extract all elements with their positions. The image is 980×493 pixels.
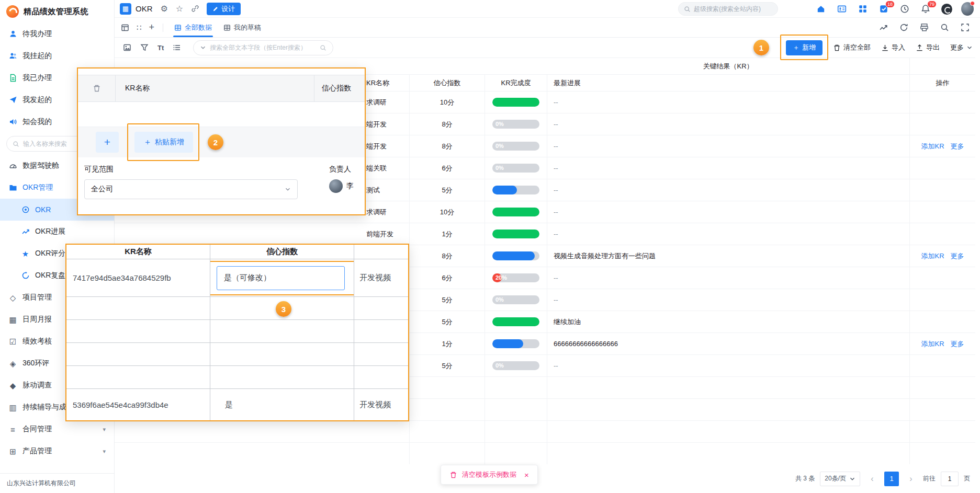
gallery-icon[interactable] [123, 43, 131, 52]
apps-grid-icon[interactable] [857, 3, 869, 15]
trash-icon [93, 84, 101, 93]
annotation-step-2: 2 [208, 134, 223, 150]
current-app[interactable]: ▦ OKR [120, 3, 153, 15]
list-icon[interactable] [173, 43, 181, 52]
sidebar-item-todo[interactable]: 待我办理 [0, 23, 114, 45]
view-tab-bar: ∷ + 全部数据 我的草稿 [115, 18, 980, 38]
clear-all-button[interactable]: 清空全部 [833, 43, 871, 52]
sidebar-item-label: OKR评分 [35, 249, 65, 258]
goto-page-input[interactable]: 1 [941, 472, 959, 486]
add-view-icon[interactable]: + [149, 22, 155, 33]
search-settings-icon[interactable] [940, 23, 949, 32]
link-icon[interactable] [191, 5, 199, 13]
table-search-input[interactable]: 搜索全部文本字段（按Enter搜索） [193, 40, 333, 55]
confidence-cell: 5分 [409, 311, 485, 333]
refresh-icon[interactable] [899, 23, 908, 32]
cell [354, 297, 408, 319]
clear-template-button[interactable]: 清空模板示例数据 × [441, 465, 538, 485]
design-button[interactable]: 设计 [207, 3, 241, 15]
completion-bar: 0% [492, 164, 539, 173]
gear-icon[interactable]: ⚙ [161, 5, 168, 13]
download-icon [881, 44, 889, 52]
row-more-link[interactable]: 更多 [951, 251, 964, 261]
page-size-value: 20条/页 [825, 474, 846, 483]
visible-range-select[interactable]: 全公司 [84, 179, 298, 199]
sidebar-item-okr-progress[interactable]: OKR进展 [0, 221, 114, 243]
fullscreen-icon[interactable] [961, 23, 970, 32]
filter-icon[interactable] [140, 43, 149, 52]
global-search-input[interactable]: 超级搜索(搜索全站内容) [678, 2, 778, 16]
completion-cell: 0% [485, 157, 547, 179]
completion-cell: 100% [485, 311, 547, 333]
sidebar-item-contract[interactable]: ≡ 合同管理 ▾ [0, 418, 114, 440]
star-icon[interactable]: ☆ [176, 5, 183, 13]
search-placeholder: 搜索全部文本字段（按Enter搜索） [210, 43, 316, 52]
owner-avatar [329, 179, 343, 193]
progress-text: 视频生成音频处理方面有一些问题 [554, 251, 656, 261]
todo-icon[interactable]: 18 [877, 3, 890, 15]
cell [354, 320, 408, 342]
theme-icon[interactable] [940, 3, 953, 15]
actions-cell: 添加KR 更多 [909, 157, 975, 179]
prev-page-button[interactable]: ‹ [865, 472, 879, 486]
page-size-select[interactable]: 20条/页 [820, 472, 860, 486]
print-icon[interactable] [920, 23, 929, 32]
confidence-input[interactable]: 是（可修改） [217, 266, 345, 290]
tab-all-data[interactable]: 全部数据 [168, 18, 218, 37]
add-kr-row-button[interactable]: + [96, 132, 119, 153]
owner-field[interactable]: 李 [329, 179, 358, 193]
bell-badge: 79 [927, 1, 937, 8]
kr-name-text: 端关联 [366, 164, 387, 173]
progress-cell: 视频生成音频处理方面有一些问题 [547, 245, 909, 267]
actions-cell: 添加KR 更多 [909, 91, 975, 113]
add-kr-link[interactable]: 添加KR [921, 251, 944, 261]
design-label: 设计 [221, 4, 235, 14]
contacts-icon[interactable] [836, 3, 848, 15]
sidebar-item-product[interactable]: ⊞ 产品管理 ▾ [0, 440, 114, 462]
plus-icon: ＋ [143, 137, 152, 148]
tab-label: 我的草稿 [234, 23, 261, 32]
import-button[interactable]: 导入 [881, 43, 905, 52]
group-header-actions-cell [909, 58, 975, 74]
bell-icon[interactable]: 79 [919, 3, 932, 15]
calendar-icon: ▦ [8, 315, 17, 324]
history-icon[interactable] [898, 3, 911, 15]
progress-text: -- [554, 362, 558, 370]
text-format-icon[interactable]: Tt [157, 44, 164, 52]
chevron-down-icon [200, 44, 206, 51]
paste-add-button[interactable]: ＋ 粘贴新增 [134, 132, 193, 153]
topbar: ▦ OKR ⚙ ☆ 设计 超级搜索(搜索全站内容) 18 79 [115, 0, 980, 18]
kr-name-text: 求调研 [366, 98, 387, 107]
user-avatar[interactable] [961, 3, 974, 15]
add-kr-link[interactable]: 添加KR [921, 339, 944, 349]
tab-my-drafts[interactable]: 我的草稿 [218, 18, 267, 37]
row-more-link[interactable]: 更多 [951, 142, 964, 151]
search-icon [13, 141, 19, 147]
more-button[interactable]: 更多 [950, 43, 973, 52]
cell [409, 443, 485, 464]
cell [210, 320, 354, 342]
confidence-cell: 1分 [409, 333, 485, 354]
next-page-button[interactable]: › [904, 472, 918, 486]
delete-column-header[interactable] [78, 75, 116, 101]
header-progress: 最新进展 [547, 75, 909, 91]
progress-text: -- [554, 98, 558, 106]
drag-handle-icon[interactable]: ∷ [137, 23, 142, 32]
sheet-view-icon[interactable] [121, 24, 129, 32]
confidence-cell: 5分 [409, 355, 485, 376]
export-button[interactable]: 导出 [916, 43, 940, 52]
sidebar-item-suspended[interactable]: 我挂起的 [0, 45, 114, 67]
add-kr-link[interactable]: 添加KR [921, 142, 944, 151]
paste-add-label: 粘贴新增 [155, 137, 184, 147]
close-icon[interactable]: × [524, 471, 529, 479]
add-record-button[interactable]: ＋ 新增 [786, 40, 823, 55]
confidence-column-header: 信心指数 [210, 245, 354, 259]
chart-icon[interactable] [879, 23, 888, 32]
home-icon[interactable] [815, 3, 827, 15]
kr-name-column-header: KR名称 [66, 245, 210, 259]
extra-text: 开发视频 [359, 400, 391, 410]
import-label: 导入 [892, 43, 905, 52]
annotation-step-1: 1 [753, 40, 769, 55]
current-page-button[interactable]: 1 [884, 472, 899, 486]
row-more-link[interactable]: 更多 [951, 339, 964, 349]
